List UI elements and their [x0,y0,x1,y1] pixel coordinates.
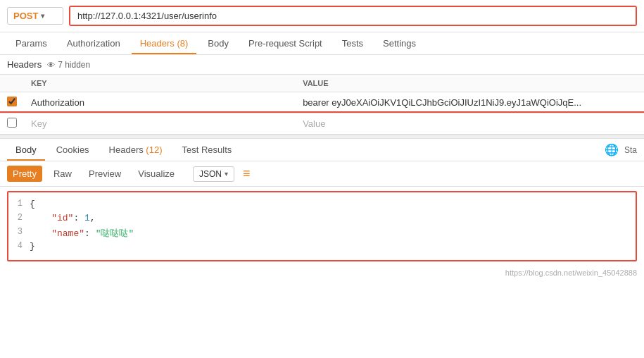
response-tab-cookies[interactable]: Cookies [48,139,98,161]
globe-icon[interactable]: 🌐 [605,143,619,156]
format-raw[interactable]: Raw [48,166,77,182]
eye-icon: 👁 [47,61,55,69]
method-chevron: ▾ [41,12,44,20]
code-line-4: 4 } [8,240,636,254]
top-bar: POST ▾ [0,0,644,32]
empty-key: Key [31,118,46,129]
col-value: VALUE [296,75,644,92]
line-num-4: 4 [8,241,30,251]
line-content-2: "id": 1, [30,213,636,223]
method-label: POST [13,11,38,21]
tab-tests[interactable]: Tests [334,32,372,54]
headers-subbar: Headers 👁 7 hidden [0,55,644,75]
line-num-1: 1 [8,199,30,209]
headers-label: Headers [7,59,42,70]
url-input-wrapper [69,6,637,26]
tab-prerequest[interactable]: Pre-request Script [240,32,331,54]
response-tab-headers[interactable]: Headers (12) [101,139,171,161]
tab-headers[interactable]: Headers (8) [132,32,197,54]
empty-value: Value [303,118,325,129]
json-label: JSON [199,169,222,179]
col-checkbox [0,75,24,92]
format-visualize[interactable]: Visualize [132,166,180,182]
request-tabs-row: Params Authorization Headers (8) Body Pr… [0,32,644,55]
response-tab-body[interactable]: Body [7,139,45,161]
url-input[interactable] [70,7,636,25]
watermark-text: https://blog.csdn.net/weixin_45042888 [505,268,637,277]
table-row: Authorization bearer eyJ0eXAiOiJKV1QiLCJ… [0,92,644,113]
format-icon[interactable]: ≡ [243,166,251,181]
headers-table: KEY VALUE Authorization bearer eyJ0eXAiO… [0,75,644,135]
col-key: KEY [24,75,296,92]
table-row: Key Value [0,113,644,135]
method-select[interactable]: POST ▾ [7,7,63,25]
line-content-1: { [30,199,636,209]
line-num-3: 3 [8,227,30,237]
watermark: https://blog.csdn.net/weixin_45042888 [0,266,644,280]
hidden-count-badge[interactable]: 👁 7 hidden [47,60,90,70]
line-content-4: } [30,241,636,252]
line-num-2: 2 [8,213,30,223]
format-preview[interactable]: Preview [83,166,127,182]
json-select[interactable]: JSON ▾ [193,166,234,182]
response-tabs-row: Body Cookies Headers (12) Test Results 🌐… [0,139,644,161]
sta-text: Sta [624,145,637,155]
auth-checkbox[interactable] [7,97,17,106]
hidden-count: 7 hidden [58,60,90,70]
tab-params[interactable]: Params [7,32,56,54]
tab-settings[interactable]: Settings [374,32,424,54]
format-bar: Pretty Raw Preview Visualize JSON ▾ ≡ [0,161,644,187]
auth-key: Authorization [31,97,84,108]
line-content-3: "name": "哒哒哒" [30,227,636,240]
response-right-actions: 🌐 Sta [605,143,637,156]
response-tab-testresults[interactable]: Test Results [173,139,240,161]
auth-value: bearer eyJ0eXAiOiJKV1QiLCJhbGciOiJIUzI1N… [303,97,581,108]
code-line-1: 1 { [8,198,636,212]
empty-checkbox[interactable] [7,118,17,128]
code-panel: 1 { 2 "id": 1, 3 "name": "哒哒哒" 4 } [7,191,637,261]
tab-body[interactable]: Body [199,32,237,54]
json-chevron: ▾ [225,170,228,178]
tab-authorization[interactable]: Authorization [58,32,129,54]
code-line-2: 2 "id": 1, [8,212,636,226]
code-line-3: 3 "name": "哒哒哒" [8,226,636,240]
format-pretty[interactable]: Pretty [7,166,42,182]
